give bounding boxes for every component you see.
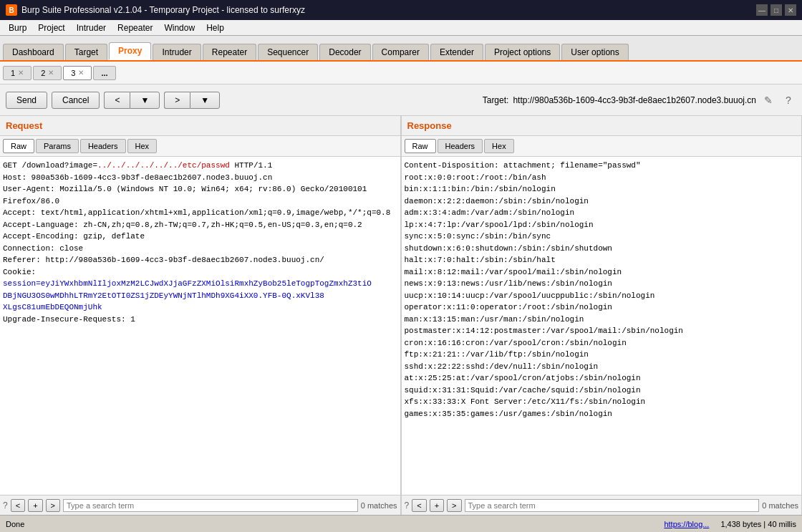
response-search-input[interactable] — [465, 499, 760, 512]
menu-window[interactable]: Window — [158, 21, 200, 34]
titlebar-title: Burp Suite Professional v2.1.04 - Tempor… — [21, 5, 305, 15]
menu-burp[interactable]: Burp — [3, 21, 32, 34]
fwd-button-group: > ▼ — [164, 92, 220, 109]
request-panel: Request Raw Params Headers Hex GET /down… — [0, 116, 401, 515]
request-line: Accept: text/html,application/xhtml+xml,… — [3, 207, 397, 219]
close-tab-1[interactable]: ✕ — [18, 69, 24, 77]
request-tab-params[interactable]: Params — [36, 139, 79, 153]
request-panel-tabs: Raw Params Headers Hex — [0, 136, 400, 157]
request-line: Accept-Language: zh-CN,zh;q=0.8,zh-TW;q=… — [3, 219, 397, 231]
target-url: http://980a536b-1609-4cc3-9b3f-de8aec1b2… — [513, 95, 756, 105]
tab-dashboard[interactable]: Dashboard — [3, 44, 64, 60]
titlebar: B Burp Suite Professional v2.1.04 - Temp… — [0, 0, 802, 20]
response-search-options[interactable]: > — [447, 499, 461, 512]
statusbar-info: 1,438 bytes | 40 millis — [720, 520, 796, 528]
back-dropdown[interactable]: ▼ — [130, 92, 160, 109]
target-info: Target: http://980a536b-1609-4cc3-9b3f-d… — [483, 92, 796, 108]
sub-tab-2[interactable]: 2 ✕ — [33, 66, 62, 80]
response-tab-hex[interactable]: Hex — [484, 139, 514, 153]
request-search-matches: 0 matches — [361, 501, 397, 510]
minimize-button[interactable]: — — [756, 4, 768, 16]
tab-decoder[interactable]: Decoder — [319, 44, 370, 60]
menu-project[interactable]: Project — [32, 21, 70, 34]
response-line: news:x:9:13:news:/usr/lib/news:/sbin/nol… — [405, 278, 799, 290]
cancel-button[interactable]: Cancel — [52, 92, 100, 109]
tab-project-options[interactable]: Project options — [485, 44, 560, 60]
close-tab-3[interactable]: ✕ — [78, 69, 84, 77]
request-line: Host: 980a536b-1609-4cc3-9b3f-de8aec1b26… — [3, 172, 397, 184]
response-tab-raw[interactable]: Raw — [405, 139, 436, 153]
menu-repeater[interactable]: Repeater — [112, 21, 158, 34]
titlebar-left: B Burp Suite Professional v2.1.04 - Temp… — [6, 4, 305, 16]
request-line: User-Agent: Mozilla/5.0 (Windows NT 10.0… — [3, 183, 397, 195]
response-search-matches: 0 matches — [762, 501, 798, 510]
response-search-next[interactable]: + — [430, 499, 444, 512]
back-button[interactable]: < — [104, 92, 130, 109]
close-button[interactable]: ✕ — [785, 4, 796, 16]
edit-target-button[interactable]: ✎ — [760, 92, 776, 108]
response-line: squid:x:31:31:Squid:/var/cache/squid:/sb… — [405, 385, 799, 397]
request-line: session=eyJiYWxhbmNlIljoxMzM2LCJwdXJjaGF… — [3, 278, 397, 290]
response-line: adm:x:3:4:adm:/var/adm:/sbin/nologin — [405, 207, 799, 219]
request-search-next[interactable]: + — [28, 499, 42, 512]
request-line: Cookie: — [3, 266, 397, 279]
request-tab-hex[interactable]: Hex — [127, 139, 158, 153]
request-line: Referer: http://980a536b-1609-4cc3-9b3f-… — [3, 254, 397, 266]
response-line: mail:x:8:12:mail:/var/spool/mail:/sbin/n… — [405, 266, 799, 279]
response-line: operator:x:11:0:operator:/root:/sbin/nol… — [405, 301, 799, 314]
status-text: Done — [6, 520, 664, 528]
target-prefix: Target: — [483, 95, 509, 105]
fwd-dropdown[interactable]: ▼ — [190, 92, 220, 109]
response-line: root:x:0:0:root:/root:/bin/ash — [405, 172, 799, 184]
request-content[interactable]: GET /download?image=../../../../../../et… — [0, 157, 400, 495]
statusbar-url[interactable]: https://blog... — [664, 520, 709, 528]
menubar: Burp Project Intruder Repeater Window He… — [0, 20, 802, 36]
request-line: Upgrade-Insecure-Requests: 1 — [3, 314, 397, 326]
request-tab-headers[interactable]: Headers — [80, 139, 126, 153]
request-search-input[interactable] — [63, 499, 358, 512]
sub-tab-3[interactable]: 3 ✕ — [63, 66, 92, 80]
response-line: lp:x:4:7:lp:/var/spool/lpd:/sbin/nologin — [405, 219, 799, 231]
request-subtabbar: 1 ✕ 2 ✕ 3 ✕ ... — [0, 62, 802, 84]
response-panel-tabs: Raw Headers Hex — [402, 136, 802, 157]
request-header: Request — [0, 116, 400, 136]
sub-tab-1[interactable]: 1 ✕ — [3, 66, 32, 80]
fwd-button[interactable]: > — [164, 92, 190, 109]
app-logo: B — [6, 4, 17, 16]
menu-help[interactable]: Help — [200, 21, 230, 34]
help-button[interactable]: ? — [781, 92, 796, 108]
response-content[interactable]: Content-Disposition: attachment; filenam… — [402, 157, 802, 495]
request-tab-raw[interactable]: Raw — [3, 139, 34, 153]
request-line: DBjNGU3OS0wMDhhLTRmY2EtOTI0ZS1jZDEyYWNjN… — [3, 290, 397, 302]
response-line: cron:x:16:16:cron:/var/spool/cron:/sbin/… — [405, 337, 799, 349]
tab-comparer[interactable]: Comparer — [372, 44, 429, 60]
menu-intruder[interactable]: Intruder — [71, 21, 112, 34]
tab-target[interactable]: Target — [65, 44, 107, 60]
tab-repeater[interactable]: Repeater — [203, 44, 256, 60]
main-tabbar: Dashboard Target Proxy Intruder Repeater… — [0, 36, 802, 62]
close-tab-2[interactable]: ✕ — [48, 69, 54, 77]
send-button[interactable]: Send — [6, 92, 47, 109]
request-search-prev[interactable]: < — [11, 499, 25, 512]
statusbar: Done https://blog... 1,438 bytes | 40 mi… — [0, 515, 802, 532]
tab-intruder[interactable]: Intruder — [153, 44, 200, 60]
request-search-options[interactable]: > — [46, 499, 60, 512]
tab-user-options[interactable]: User options — [561, 44, 628, 60]
back-button-group: < ▼ — [104, 92, 160, 109]
titlebar-controls: — □ ✕ — [756, 4, 796, 16]
request-line: XLgsC81umEbDEQONmjUhk — [3, 301, 397, 314]
tab-proxy[interactable]: Proxy — [109, 42, 151, 60]
response-line: postmaster:x:14:12:postmaster:/var/spool… — [405, 325, 799, 337]
tab-extender[interactable]: Extender — [430, 44, 483, 60]
maximize-button[interactable]: □ — [770, 4, 782, 16]
tab-sequencer[interactable]: Sequencer — [258, 44, 318, 60]
response-line: Content-Disposition: attachment; filenam… — [405, 160, 799, 172]
toolbar: Send Cancel < ▼ > ▼ Target: http://980a5… — [0, 84, 802, 116]
response-line: halt:x:7:0:halt:/sbin:/sbin/halt — [405, 254, 799, 266]
sub-tab-more[interactable]: ... — [93, 66, 115, 80]
response-search-bar: ? < + > 0 matches — [402, 495, 802, 515]
response-tab-headers[interactable]: Headers — [438, 139, 483, 153]
request-search-help[interactable]: ? — [3, 500, 8, 511]
response-search-help[interactable]: ? — [405, 500, 410, 511]
response-search-prev[interactable]: < — [412, 499, 426, 512]
